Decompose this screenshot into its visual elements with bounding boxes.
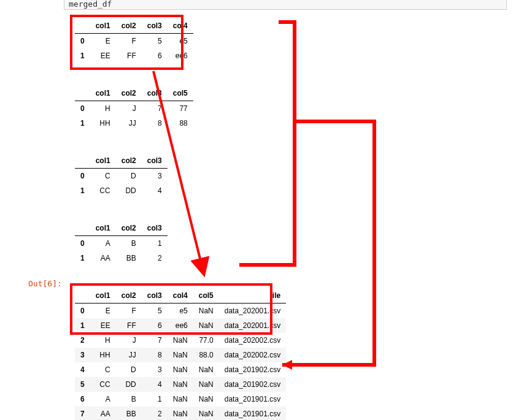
- row-idx: 0: [75, 236, 90, 251]
- cell: 2: [142, 407, 168, 420]
- cell: D: [116, 362, 142, 377]
- cell: J: [116, 101, 142, 116]
- cell: HH: [90, 116, 116, 131]
- row-idx: 0: [75, 101, 90, 116]
- table-row: 1 HH JJ 8 88: [75, 116, 193, 131]
- cell: NaN: [193, 318, 219, 333]
- cell: e5: [168, 34, 193, 49]
- annotation-bracket: [282, 121, 374, 365]
- cell: F: [116, 304, 142, 319]
- row-idx: 3: [75, 348, 90, 362]
- col-header: col4: [168, 288, 193, 304]
- cell: data_201902.csv: [219, 362, 286, 377]
- cell: 7: [142, 333, 168, 348]
- cell: CC: [90, 377, 116, 392]
- table-row: 1 EE FF 6 ee6: [75, 48, 193, 63]
- cell: NaN: [168, 392, 193, 407]
- cell: EE: [90, 318, 116, 333]
- dataframe-1: col1 col2 col3 col4 0 E F 5 e5 1 EE FF 6: [75, 18, 193, 63]
- cell: J: [116, 333, 142, 348]
- cell: FF: [116, 318, 142, 333]
- cell: AA: [90, 407, 116, 420]
- row-idx: 6: [75, 392, 90, 407]
- cell: data_202002.csv: [219, 333, 286, 348]
- cell: 88.0: [193, 348, 219, 362]
- cell: C: [90, 169, 116, 184]
- table-row: 0 C D 3: [75, 169, 168, 184]
- out-prompt: Out[6]:: [28, 279, 62, 288]
- col-header: col3: [142, 221, 168, 236]
- cell: NaN: [193, 304, 219, 319]
- cell: data_201902.csv: [219, 377, 286, 392]
- cell: BB: [116, 407, 142, 420]
- row-idx: 1: [75, 48, 90, 63]
- table-row: 1 CC DD 4: [75, 183, 168, 198]
- cell: 3: [142, 169, 168, 184]
- row-idx: 1: [75, 183, 90, 198]
- cell: HH: [90, 348, 116, 362]
- row-idx: 1: [75, 318, 90, 333]
- cell: JJ: [116, 116, 142, 131]
- row-idx: 7: [75, 407, 90, 420]
- row-idx: 4: [75, 362, 90, 377]
- cell: data_201901.csv: [219, 407, 286, 420]
- col-header: col1: [90, 86, 116, 101]
- cell: BB: [116, 251, 142, 265]
- code-cell-input[interactable]: merged_df: [64, 0, 507, 10]
- table-row: 2 H J 7 NaN 77.0 data_202002.csv: [75, 333, 286, 348]
- cell: 1: [142, 236, 168, 251]
- merged-dataframe: col1 col2 col3 col4 col5 file 0 E F 5 e5…: [75, 288, 286, 420]
- col-header: col3: [142, 86, 168, 101]
- cell: E: [90, 34, 116, 49]
- idx-header: [75, 221, 90, 236]
- col-header: col3: [142, 18, 168, 34]
- table-row: 0 E F 5 e5: [75, 34, 193, 49]
- table-row: 5 CC DD 4 NaN NaN data_201902.csv: [75, 377, 286, 392]
- cell: NaN: [168, 407, 193, 420]
- cell: e5: [168, 304, 193, 319]
- cell: C: [90, 362, 116, 377]
- cell: 7: [142, 101, 168, 116]
- cell: A: [90, 236, 116, 251]
- table-row: 0 A B 1: [75, 236, 168, 251]
- table-row: 7 AA BB 2 NaN NaN data_201901.csv: [75, 407, 286, 420]
- cell: NaN: [193, 362, 219, 377]
- table-row: 0 H J 7 77: [75, 101, 193, 116]
- col-header: col3: [142, 288, 168, 304]
- row-idx: 0: [75, 34, 90, 49]
- cell: 5: [142, 304, 168, 319]
- cell: 8: [142, 116, 168, 131]
- cell: NaN: [193, 377, 219, 392]
- cell: ee6: [168, 318, 193, 333]
- cell: H: [90, 101, 116, 116]
- table-row: 1 EE FF 6 ee6 NaN data_202001.csv: [75, 318, 286, 333]
- cell: F: [116, 34, 142, 49]
- cell: AA: [90, 251, 116, 265]
- col-header: file: [219, 288, 286, 304]
- col-header: col2: [116, 221, 142, 236]
- cell: A: [90, 392, 116, 407]
- cell: NaN: [168, 348, 193, 362]
- cell: 6: [142, 48, 168, 63]
- cell: 4: [142, 183, 168, 198]
- cell: NaN: [193, 407, 219, 420]
- cell: NaN: [168, 377, 193, 392]
- cell: D: [116, 169, 142, 184]
- cell: 4: [142, 377, 168, 392]
- idx-header: [75, 86, 90, 101]
- col-header: col2: [116, 18, 142, 34]
- cell: B: [116, 236, 142, 251]
- cell: H: [90, 333, 116, 348]
- cell: 77.0: [193, 333, 219, 348]
- dataframe-2: col1 col2 col3 col5 0 H J 7 77 1 HH JJ 8: [75, 86, 193, 131]
- idx-header: [75, 153, 90, 169]
- cell: 3: [142, 362, 168, 377]
- col-header: col2: [116, 86, 142, 101]
- cell: NaN: [193, 392, 219, 407]
- table-row: 6 A B 1 NaN NaN data_201901.csv: [75, 392, 286, 407]
- cell: 8: [142, 348, 168, 362]
- cell: data_202002.csv: [219, 348, 286, 362]
- col-header: col2: [116, 288, 142, 304]
- table-row: 3 HH JJ 8 NaN 88.0 data_202002.csv: [75, 348, 286, 362]
- table-row: 0 E F 5 e5 NaN data_202001.csv: [75, 304, 286, 319]
